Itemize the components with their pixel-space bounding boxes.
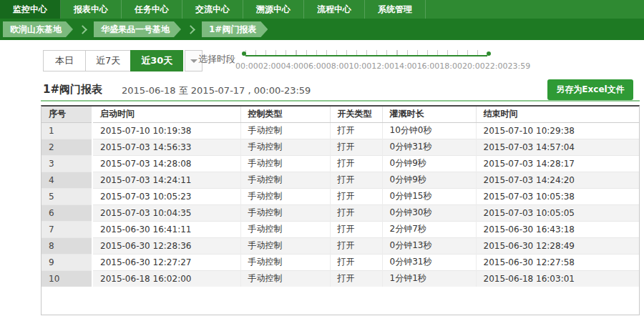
cell-index: 1 [42,122,92,139]
nav-item-trace-center[interactable]: 溯源中心 [243,0,304,19]
cell-end-time: 2015-07-03 10:05:05 [476,204,639,221]
cell-switch-type: 打开 [330,204,382,221]
tick-label: 06:00 [303,61,326,71]
tick-label: 20:00 [462,61,485,71]
cell-start-time: 2015-06-18 16:02:00 [92,270,240,287]
cell-end-time: 2015-06-18 16:03:01 [476,270,639,287]
table-row: 3 2015-07-03 14:28:08 手动控制 打开 0分钟9秒 2015… [42,155,639,172]
title-divider [41,100,640,102]
cell-end-time: 2015-07-03 14:24:20 [476,172,639,188]
cell-switch-type: 打开 [330,237,382,254]
slider-tick-labels: 00:00 02:00 04:00 06:00 08:00 10:00 12:0… [235,61,502,71]
cell-index: 3 [42,155,92,172]
cell-end-time: 2015-06-30 12:27:58 [476,254,639,270]
tick-label: 10:00 [349,61,372,71]
tick-label: 14:00 [394,61,417,71]
filter-7days-button[interactable]: 近7天 [85,50,131,71]
tick-label: 02:00 [258,61,281,71]
cell-control-type: 手动控制 [240,139,330,155]
page-title: 1#阀门报表 [43,83,102,97]
breadcrumb-item-base[interactable]: 欧润山东基地 [3,21,73,37]
table-row: 4 2015-07-03 14:24:11 手动控制 打开 0分钟9秒 2015… [42,172,639,188]
cell-control-type: 手动控制 [240,155,330,172]
cell-end-time: 2015-07-03 14:28:17 [476,155,639,172]
nav-item-report-center[interactable]: 报表中心 [61,0,122,19]
table-row: 5 2015-07-03 10:05:23 手动控制 打开 0分钟15秒 201… [42,188,639,204]
filter-today-button[interactable]: 本日 [43,50,86,71]
cell-duration: 0分钟30秒 [382,204,476,221]
nav-item-monitor-center[interactable]: 监控中心 [0,0,61,19]
cell-duration: 0分钟31秒 [382,139,476,155]
cell-start-time: 2015-07-03 10:05:23 [92,188,240,204]
tick-label: 08:00 [326,61,349,71]
chevron-right-icon [186,25,195,34]
top-nav: 监控中心 报表中心 任务中心 交流中心 溯源中心 流程中心 系统管理 [0,0,644,19]
cell-start-time: 2015-07-03 10:04:35 [92,204,240,221]
nav-item-task-center[interactable]: 任务中心 [122,0,182,19]
nav-item-system-manage[interactable]: 系统管理 [365,0,426,19]
cell-end-time: 2015-06-30 16:43:18 [476,221,639,237]
slider-track[interactable] [245,55,487,56]
cell-duration: 0分钟13秒 [382,237,476,254]
cell-start-time: 2015-07-10 10:19:38 [92,122,240,139]
cell-index: 9 [42,254,92,270]
filter-30days-button[interactable]: 近30天 [130,50,183,71]
cell-duration: 2分钟7秒 [382,221,476,237]
cell-start-time: 2015-06-30 12:27:27 [92,254,240,270]
time-range-slider: 00:00 02:00 04:00 06:00 08:00 10:00 12:0… [242,44,491,74]
cell-switch-type: 打开 [330,172,382,188]
cell-start-time: 2015-07-03 14:24:11 [92,172,240,188]
table-header-row: 序号 启动时间 控制类型 开关类型 灌溉时长 结束时间 [42,107,639,122]
cell-control-type: 手动控制 [240,270,330,287]
cell-switch-type: 打开 [330,139,382,155]
cell-switch-type: 打开 [330,270,382,287]
cell-index: 6 [42,204,92,221]
slider-handle-end[interactable] [487,51,491,56]
table-row: 7 2015-06-30 16:41:11 手动控制 打开 2分钟7秒 2015… [42,221,639,237]
cell-control-type: 手动控制 [240,254,330,270]
table-row: 6 2015-07-03 10:04:35 手动控制 打开 0分钟30秒 201… [42,204,639,221]
table-row: 10 2015-06-18 16:02:00 手动控制 打开 1分钟1秒 201… [42,270,639,287]
tick-label: 23:59 [507,61,530,71]
chevron-down-icon [190,59,197,63]
col-header-switch-type: 开关类型 [330,107,382,122]
chevron-right-icon [78,25,87,34]
col-header-end-time: 结束时间 [476,107,639,122]
date-filter-group: 本日 近7天 近30天 [43,50,203,71]
cell-duration: 0分钟31秒 [382,254,476,270]
cell-duration: 10分钟0秒 [382,122,476,139]
export-excel-button[interactable]: 另存为Excel文件 [547,79,633,100]
cell-index: 10 [42,270,92,287]
breadcrumb-item-orchard[interactable]: 华盛果品一号基地 [94,21,181,37]
tick-label: 18:00 [439,61,462,71]
cell-switch-type: 打开 [330,188,382,204]
cell-duration: 0分钟9秒 [382,172,476,188]
table-row: 1 2015-07-10 10:19:38 手动控制 打开 10分钟0秒 201… [42,122,639,139]
app-window: 监控中心 报表中心 任务中心 交流中心 溯源中心 流程中心 系统管理 欧润山东基… [0,0,644,316]
cell-switch-type: 打开 [330,122,382,139]
cell-control-type: 手动控制 [240,221,330,237]
cell-switch-type: 打开 [330,221,382,237]
cell-duration: 0分钟9秒 [382,155,476,172]
cell-index: 2 [42,139,92,155]
cell-index: 8 [42,237,92,254]
cell-start-time: 2015-07-03 14:56:33 [92,139,240,155]
cell-end-time: 2015-07-03 14:57:04 [476,139,639,155]
cell-switch-type: 打开 [330,254,382,270]
col-header-duration: 灌溉时长 [382,107,476,122]
slider-handle-start[interactable] [242,51,246,56]
cell-control-type: 手动控制 [240,172,330,188]
period-label: 选择时段 [198,53,235,66]
cell-start-time: 2015-06-30 12:28:36 [92,237,240,254]
cell-index: 7 [42,221,92,237]
tick-label: 00:00 [235,61,258,71]
cell-start-time: 2015-06-30 16:41:11 [92,221,240,237]
valve-report-table: 序号 启动时间 控制类型 开关类型 灌溉时长 结束时间 1 2015-07-10… [41,105,640,315]
breadcrumb-item-valve-report[interactable]: 1#阀门报表 [202,21,268,37]
cell-end-time: 2015-06-30 12:28:49 [476,237,639,254]
nav-item-process-center[interactable]: 流程中心 [304,0,365,19]
tick-label: 16:00 [417,61,440,71]
nav-item-exchange-center[interactable]: 交流中心 [182,0,243,19]
table-row: 2 2015-07-03 14:56:33 手动控制 打开 0分钟31秒 201… [42,139,639,155]
tick-label: 22:00 [485,61,508,71]
